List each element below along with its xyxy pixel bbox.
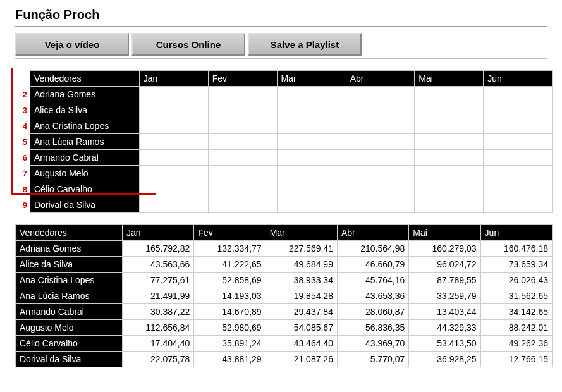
rownum-blank: [15, 71, 30, 87]
value-cell: 5.770,07: [337, 352, 408, 367]
table-row: Adriana Gomes165.792,82132.334,77227.569…: [16, 241, 553, 257]
value-cell: 22.075,78: [122, 352, 193, 367]
empty-cell: [415, 166, 484, 181]
empty-cell: [346, 150, 415, 166]
empty-cell: [415, 102, 484, 118]
value-cell: 49.262,36: [480, 336, 552, 352]
value-cell: 87.789,55: [409, 273, 480, 288]
value-cell: 88.242,01: [480, 320, 552, 336]
empty-cell: [208, 134, 277, 150]
empty-cell: [277, 134, 346, 150]
value-cell: 112.656,84: [122, 320, 193, 336]
vendedor-label: Adriana Gomes: [16, 241, 123, 257]
value-cell: 31.562,65: [480, 288, 552, 304]
vendedor-label: Adriana Gomes: [30, 87, 139, 102]
col-mai: Mai: [409, 225, 480, 241]
empty-cell: [484, 150, 553, 166]
empty-cell: [277, 166, 346, 181]
row-number: 6: [15, 150, 30, 166]
empty-cell: [139, 134, 208, 150]
vendedor-label: Dorival da Silva: [30, 197, 139, 213]
value-cell: 43.653,36: [337, 288, 408, 304]
page-title: Função Proch: [15, 8, 547, 22]
empty-cell: [415, 87, 484, 102]
empty-cell: [346, 134, 415, 150]
table-row: Célio Carvalho17.404,4035.891,2443.464,4…: [16, 336, 553, 352]
empty-cell: [277, 181, 346, 197]
vendedor-label: Armando Cabral: [30, 150, 139, 166]
value-cell: 28.060,87: [337, 304, 408, 320]
empty-cell: [208, 87, 277, 102]
empty-cell: [415, 197, 484, 213]
table-row: 9Dorival da Silva: [15, 197, 553, 213]
empty-cell: [484, 87, 553, 102]
row-number: 8: [15, 181, 30, 197]
row-number: 5: [15, 134, 30, 150]
table-row: 3Alice da Silva: [15, 102, 553, 118]
empty-cell: [415, 150, 484, 166]
empty-cell: [139, 197, 208, 213]
value-cell: 43.563,66: [122, 257, 193, 273]
video-button[interactable]: Veja o vídeo: [15, 33, 129, 56]
value-cell: 160.279,03: [409, 241, 480, 257]
row-number: 9: [15, 197, 30, 213]
table-row: Alice da Silva43.563,6641.222,6549.684,9…: [16, 257, 553, 273]
col-jan: Jan: [122, 225, 193, 241]
empty-cell: [484, 118, 553, 134]
value-cell: 43.464,40: [266, 336, 337, 352]
empty-cell: [139, 118, 208, 134]
col-mar: Mar: [266, 225, 337, 241]
title-divider: [15, 26, 547, 27]
table-header-row: Vendedores Jan Fev Mar Abr Mai Jun: [15, 71, 553, 87]
empty-cell: [346, 166, 415, 181]
courses-button[interactable]: Cursos Online: [131, 33, 245, 56]
table-row: Dorival da Silva22.075,7843.881,2921.087…: [16, 352, 553, 367]
empty-cell: [139, 166, 208, 181]
value-cell: 21.491,99: [122, 288, 193, 304]
empty-cell: [346, 118, 415, 134]
table-row: 8Célio Carvalho: [15, 181, 553, 197]
empty-cell: [277, 197, 346, 213]
value-cell: 73.659,34: [480, 257, 552, 273]
table-row: 4Ana Cristina Lopes: [15, 118, 553, 134]
empty-cell: [208, 197, 277, 213]
value-cell: 45.764,16: [337, 273, 408, 288]
value-cell: 34.142,65: [480, 304, 552, 320]
vendedor-label: Célio Carvalho: [30, 181, 139, 197]
empty-cell: [208, 102, 277, 118]
empty-cell: [208, 150, 277, 166]
value-cell: 96.024,72: [409, 257, 480, 273]
table-row: 6Armando Cabral: [15, 150, 553, 166]
empty-cell: [484, 102, 553, 118]
value-cell: 41.222,65: [194, 257, 266, 273]
table-values-wrap: Vendedores Jan Fev Mar Abr Mai Jun Adria…: [15, 224, 547, 367]
value-cell: 52.858,69: [194, 273, 266, 288]
value-cell: 77.275,61: [122, 273, 193, 288]
value-cell: 35.891,24: [194, 336, 266, 352]
value-cell: 26.026,43: [480, 273, 552, 288]
empty-cell: [139, 150, 208, 166]
table-row: Augusto Melo112.656,8452.980,6954.085,67…: [16, 320, 553, 336]
col-vendedores: Vendedores: [30, 71, 139, 87]
value-cell: 13.403,44: [409, 304, 480, 320]
value-cell: 49.684,99: [266, 257, 337, 273]
value-cell: 54.085,67: [266, 320, 337, 336]
value-cell: 46.660,79: [337, 257, 408, 273]
col-mai: Mai: [415, 71, 484, 87]
vendedor-label: Alice da Silva: [30, 102, 139, 118]
value-cell: 165.792,82: [122, 241, 193, 257]
empty-cell: [415, 134, 484, 150]
table-row: 2Adriana Gomes: [15, 87, 553, 102]
row-number: 2: [15, 87, 30, 102]
toolbar: Veja o vídeo Cursos Online Salve a Playl…: [15, 33, 547, 56]
col-jun: Jun: [480, 225, 552, 241]
empty-cell: [415, 118, 484, 134]
value-cell: 43.881,29: [194, 352, 266, 367]
empty-cell: [346, 87, 415, 102]
col-abr: Abr: [346, 71, 415, 87]
value-cell: 227.569,41: [266, 241, 337, 257]
value-cell: 33.259,79: [409, 288, 480, 304]
empty-cell: [484, 181, 553, 197]
playlist-button[interactable]: Salve a Playlist: [248, 33, 362, 56]
empty-cell: [484, 134, 553, 150]
